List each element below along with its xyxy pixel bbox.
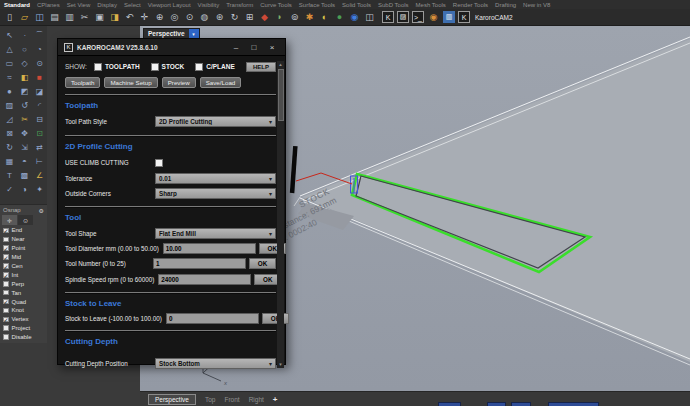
- undo-icon[interactable]: ↶: [123, 11, 136, 24]
- karorocam-toolbar-label[interactable]: KaroroCAM2: [475, 14, 513, 21]
- menu-item[interactable]: Viewport Layout: [148, 2, 191, 8]
- cut-icon[interactable]: ✂: [78, 11, 91, 24]
- osnap-item[interactable]: Vertex: [0, 315, 47, 324]
- gear-icon[interactable]: ⚙: [39, 207, 44, 214]
- viewport-tab[interactable]: Right: [249, 396, 264, 403]
- osnap-checkbox[interactable]: [3, 281, 9, 287]
- show-checkbox[interactable]: [94, 63, 102, 71]
- box-tool-icon[interactable]: ■: [32, 70, 47, 84]
- menu-item[interactable]: Surface Tools: [299, 2, 335, 8]
- surface-tool-icon[interactable]: ◧: [17, 70, 32, 84]
- save-icon[interactable]: ◫: [33, 11, 46, 24]
- move-icon[interactable]: ✛: [138, 11, 151, 24]
- orbit-icon[interactable]: ⊚: [288, 11, 301, 24]
- hatch-tool-icon[interactable]: ▩: [17, 168, 32, 182]
- join-tool-icon[interactable]: ⊠: [2, 126, 17, 140]
- zoom-icon[interactable]: ◎: [168, 11, 181, 24]
- help-icon[interactable]: ◉: [348, 11, 361, 24]
- analyze-tool-icon[interactable]: ✓: [2, 182, 17, 196]
- dimension-tool-icon[interactable]: ⊢: [32, 154, 47, 168]
- dialog-tab[interactable]: Machine Setup: [104, 77, 157, 88]
- tool-number-field[interactable]: [153, 258, 246, 269]
- layers-icon[interactable]: ⊞: [243, 11, 256, 24]
- menu-item[interactable]: Drafting: [495, 2, 516, 8]
- menu-item[interactable]: Display: [97, 2, 117, 8]
- open-folder-icon[interactable]: ▱: [18, 11, 31, 24]
- mirror-tool-icon[interactable]: ⇄: [32, 140, 47, 154]
- viewport-tab[interactable]: Top: [205, 396, 215, 403]
- trim-tool-icon[interactable]: ✂: [17, 112, 32, 126]
- cutting-depth-select[interactable]: Stock Bottom ▾: [155, 358, 276, 369]
- array-tool-icon[interactable]: ▦: [2, 154, 17, 168]
- climb-cutting-checkbox[interactable]: [155, 159, 163, 167]
- scale-tool-icon[interactable]: ⇲: [17, 140, 32, 154]
- osnap-checkbox[interactable]: [3, 228, 9, 234]
- dialog-scrollbar[interactable]: ▲ ▼: [277, 61, 284, 368]
- boolean-tool-icon[interactable]: ◓: [17, 154, 32, 168]
- viewport-tab[interactable]: Front: [224, 396, 239, 403]
- compass-icon[interactable]: ◉: [427, 11, 440, 24]
- dialog-tab[interactable]: Toolpath: [65, 77, 100, 88]
- osnap-item[interactable]: Quad: [0, 297, 47, 306]
- osnap-checkbox[interactable]: [3, 325, 9, 331]
- move-tool-icon[interactable]: ✥: [17, 126, 32, 140]
- dialog-tab[interactable]: Save/Load: [200, 77, 242, 88]
- loft-tool-icon[interactable]: ▨: [2, 98, 17, 112]
- menu-item[interactable]: Transform: [226, 2, 253, 8]
- chamfer-tool-icon[interactable]: ◿: [2, 112, 17, 126]
- status-field-stub[interactable]: [548, 402, 599, 406]
- minimize-button[interactable]: –: [229, 43, 243, 52]
- tool-shape-select[interactable]: Flat End Mill ▾: [155, 228, 276, 239]
- osnap-item[interactable]: Point: [0, 244, 47, 253]
- rectangle-tool-icon[interactable]: ▭: [2, 56, 17, 70]
- menu-item[interactable]: New in V8: [523, 2, 550, 8]
- show-checkbox[interactable]: [151, 63, 159, 71]
- viewport-tab[interactable]: Perspective: [148, 394, 196, 405]
- film-icon[interactable]: ▨: [397, 11, 409, 23]
- osnap-item[interactable]: End: [0, 226, 47, 235]
- close-button[interactable]: ×: [265, 43, 279, 52]
- split-tool-icon[interactable]: ⊟: [32, 112, 47, 126]
- chevron-down-icon[interactable]: ▾: [189, 29, 199, 38]
- text-tool-icon[interactable]: T: [2, 168, 17, 182]
- osnap-checkbox[interactable]: [3, 290, 9, 296]
- scroll-down-icon[interactable]: ▼: [277, 361, 284, 368]
- scrollbar-thumb[interactable]: [278, 69, 284, 121]
- pan-icon[interactable]: ⊕: [153, 11, 166, 24]
- save-small-icon[interactable]: ◫: [363, 11, 376, 24]
- osnap-checkbox[interactable]: [3, 237, 9, 243]
- terminal-icon[interactable]: >_: [412, 11, 424, 23]
- osnap-checkbox[interactable]: [3, 272, 9, 278]
- osnap-filter-tab[interactable]: ✛: [2, 215, 17, 225]
- menu-item[interactable]: Curve Tools: [260, 2, 292, 8]
- menu-item[interactable]: Set View: [67, 2, 91, 8]
- panel-icon[interactable]: ▥: [443, 11, 455, 23]
- menu-item[interactable]: Solid Tools: [342, 2, 371, 8]
- show-option[interactable]: TOOLPATH: [94, 63, 146, 71]
- menu-item[interactable]: Render Tools: [453, 2, 488, 8]
- bulb-icon[interactable]: ◐: [318, 11, 331, 24]
- tool-diameter-field[interactable]: [163, 243, 256, 254]
- sphere-tool-icon[interactable]: ●: [2, 84, 17, 98]
- menu-item[interactable]: Standard: [4, 2, 30, 8]
- menu-item[interactable]: CPlanes: [37, 2, 60, 8]
- show-option[interactable]: C/PLANE: [195, 63, 241, 71]
- zoom-extents-icon[interactable]: ◍: [198, 11, 211, 24]
- tolerance-select[interactable]: 0.01 ▾: [155, 173, 276, 184]
- outside-corners-select[interactable]: Sharp ▾: [155, 188, 276, 199]
- extrude-tool-icon[interactable]: ◩: [17, 84, 32, 98]
- menu-item[interactable]: Visibility: [198, 2, 220, 8]
- osnap-item[interactable]: Cen: [0, 262, 47, 271]
- show-option[interactable]: STOCK: [151, 63, 191, 71]
- osnap-checkbox[interactable]: [3, 299, 9, 305]
- osnap-checkbox[interactable]: [3, 308, 9, 314]
- display-mode-icon[interactable]: ◗: [273, 11, 286, 24]
- osnap-item[interactable]: Project: [0, 324, 47, 333]
- paste-icon[interactable]: ◨: [108, 11, 121, 24]
- curve-tool-icon[interactable]: ⌒: [32, 28, 47, 42]
- osnap-checkbox[interactable]: [3, 317, 9, 323]
- revolve-tool-icon[interactable]: ↺: [17, 98, 32, 112]
- sweep-tool-icon[interactable]: ◪: [32, 84, 47, 98]
- stock-to-leave-field[interactable]: [166, 313, 259, 324]
- show-checkbox[interactable]: [195, 63, 203, 71]
